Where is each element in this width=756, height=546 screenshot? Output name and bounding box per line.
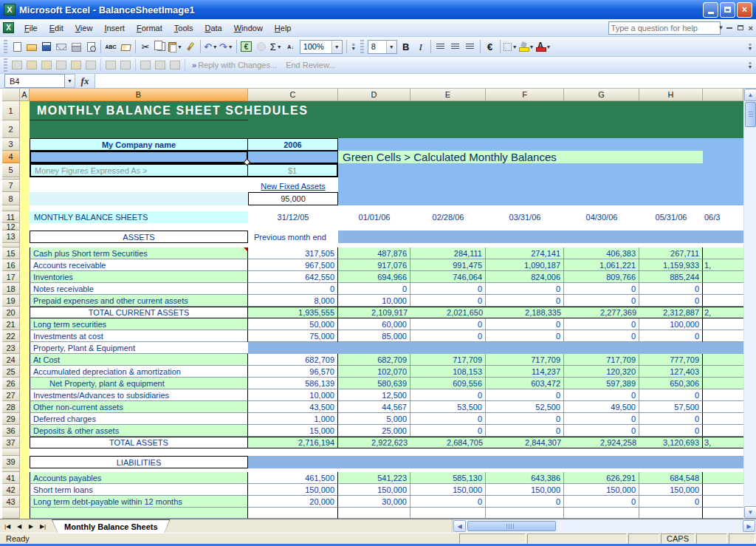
hyperlink-icon[interactable] — [254, 39, 269, 54]
row-header-hidden[interactable] — [2, 205, 20, 211]
cell-E18[interactable]: 0 — [410, 283, 486, 295]
cell-G11-date[interactable]: 04/30/06 — [564, 211, 639, 223]
cell-C41[interactable]: 461,500 — [248, 472, 338, 484]
cell-F20[interactable]: 2,188,335 — [486, 307, 564, 318]
cell-F43[interactable]: 0 — [486, 496, 564, 508]
cell-C26[interactable]: 586,139 — [248, 378, 338, 389]
cell-B1-title[interactable]: MONTHLY BALANCE SHEET SCHEDULES — [30, 101, 743, 120]
italic-icon[interactable]: I — [413, 39, 428, 54]
cell-H17[interactable]: 885,244 — [639, 271, 703, 283]
cell-I16[interactable]: 1, — [703, 259, 743, 271]
cell-D15[interactable]: 487,876 — [338, 248, 410, 259]
row-header-18[interactable]: 18 — [2, 283, 20, 295]
cell-I11-date[interactable]: 06/3 — [703, 211, 743, 223]
cell-C15[interactable]: 317,505 — [248, 248, 338, 259]
cell-C20[interactable]: 1,935,555 — [248, 307, 338, 318]
cell-A12[interactable] — [20, 223, 30, 231]
scroll-down-icon[interactable]: ▼ — [744, 506, 756, 519]
cell-B17-label[interactable]: Inventories — [30, 271, 248, 283]
update-file-icon[interactable] — [138, 58, 153, 72]
cell-E22[interactable]: 0 — [410, 330, 486, 342]
horizontal-scroll-thumb[interactable] — [467, 521, 556, 531]
research-icon[interactable] — [118, 39, 133, 54]
format-painter-icon[interactable] — [183, 39, 198, 54]
undo-icon-dropdown-icon[interactable]: ▼ — [213, 44, 218, 50]
cell-A3[interactable] — [20, 138, 30, 151]
cell-E37[interactable]: 2,684,705 — [410, 437, 486, 448]
row-header-hidden[interactable] — [2, 508, 20, 519]
track-changes-icon[interactable] — [103, 58, 118, 72]
row-header-41[interactable]: 41 — [2, 472, 20, 484]
cell-E41[interactable]: 585,130 — [410, 472, 486, 484]
cell-D25[interactable]: 102,070 — [338, 366, 410, 378]
row-header-15[interactable]: 15 — [2, 248, 20, 259]
name-box-dropdown-icon[interactable]: ▼ — [65, 74, 75, 88]
cell-I19[interactable] — [703, 295, 743, 307]
euro-icon[interactable]: € — [483, 39, 498, 54]
row-header-1[interactable]: 1 — [2, 101, 20, 120]
vertical-scroll-thumb[interactable] — [745, 102, 756, 127]
row-header-4[interactable]: 4 — [2, 151, 20, 163]
font-color-icon[interactable]: A▼ — [535, 39, 552, 54]
question-box[interactable]: ▼ — [608, 21, 721, 35]
cell-G20[interactable]: 2,277,369 — [564, 307, 639, 318]
row-header-20[interactable]: 20 — [2, 307, 20, 318]
cell-B19-label[interactable]: Prepaid expenses and other current asset… — [30, 295, 248, 307]
cell-I36[interactable] — [703, 425, 743, 437]
cell-C37[interactable]: 2,716,194 — [248, 437, 338, 448]
open-icon[interactable] — [24, 39, 39, 54]
cell-B20-total-label[interactable]: TOTAL CURRENT ASSETS — [30, 307, 248, 318]
next-comment-icon[interactable] — [39, 58, 54, 72]
cell-F25[interactable]: 114,237 — [486, 366, 564, 378]
cell-G[interactable] — [564, 508, 639, 519]
cell-H21[interactable]: 100,000 — [639, 318, 703, 330]
bold-icon[interactable]: B — [399, 39, 413, 54]
save-icon[interactable] — [39, 39, 54, 54]
cell-D29[interactable]: 5,000 — [338, 413, 410, 425]
reply-with-changes-button[interactable]: »Reply with Changes... — [192, 61, 277, 69]
cell-E28[interactable]: 53,500 — [410, 401, 486, 413]
menu-item-file[interactable]: File — [18, 21, 44, 35]
next-sheet-icon[interactable]: ▶ — [25, 523, 37, 530]
cell-D11-date[interactable]: 01/01/06 — [338, 211, 410, 223]
cell-H22[interactable]: 0 — [639, 330, 703, 342]
cell-A25[interactable] — [20, 366, 30, 378]
row-header-24[interactable]: 24 — [2, 354, 20, 366]
row-header-19[interactable]: 19 — [2, 295, 20, 307]
cell-B26-label[interactable]: Net Property, plant & equipment — [30, 378, 248, 389]
cell-B36-label[interactable]: Deposits & other assets — [30, 425, 248, 437]
row-header-21[interactable]: 21 — [2, 318, 20, 330]
cell-B23-section-label[interactable]: Property, Plant & Equipment — [30, 342, 248, 354]
cell-E15[interactable]: 284,111 — [410, 248, 486, 259]
cell-C27[interactable]: 10,000 — [248, 389, 338, 401]
cell-B7[interactable] — [30, 180, 248, 192]
cell-D37[interactable]: 2,922,623 — [338, 437, 410, 448]
cell-F22[interactable]: 0 — [486, 330, 564, 342]
cell-A37[interactable] — [20, 437, 30, 448]
zoom-combo[interactable]: 100% ▼ — [300, 40, 343, 54]
fill-color-icon[interactable]: ▼ — [518, 39, 535, 54]
column-header-H[interactable]: H — [639, 89, 703, 101]
cell-E17[interactable]: 746,064 — [410, 271, 486, 283]
question-input[interactable] — [609, 24, 718, 33]
send-to-review-icon[interactable] — [153, 58, 168, 72]
cell-H[interactable] — [639, 508, 703, 519]
cell-A5[interactable] — [20, 163, 30, 177]
cell-A27[interactable] — [20, 389, 30, 401]
formula-input[interactable] — [94, 74, 756, 88]
cell-H43[interactable]: 0 — [639, 496, 703, 508]
cell-A13[interactable] — [20, 231, 30, 243]
toolbar-options-icon[interactable]: »▼ — [349, 43, 358, 50]
vertical-scrollbar[interactable]: ▲ ▼ — [743, 89, 756, 519]
cell-C19[interactable]: 8,000 — [248, 295, 338, 307]
cell-B37-total-label[interactable]: TOTAL ASSETS — [30, 437, 248, 448]
cell-I20[interactable]: 2, — [703, 307, 743, 318]
align-center-icon[interactable] — [448, 39, 463, 54]
menu-item-window[interactable]: Window — [228, 21, 269, 35]
cell-G41[interactable]: 626,291 — [564, 472, 639, 484]
cell-D41[interactable]: 541,223 — [338, 472, 410, 484]
cell-D16[interactable]: 917,076 — [338, 259, 410, 271]
end-review-button[interactable]: End Review... — [286, 61, 335, 69]
cell-I17[interactable] — [703, 271, 743, 283]
column-header-G[interactable]: G — [564, 89, 639, 101]
